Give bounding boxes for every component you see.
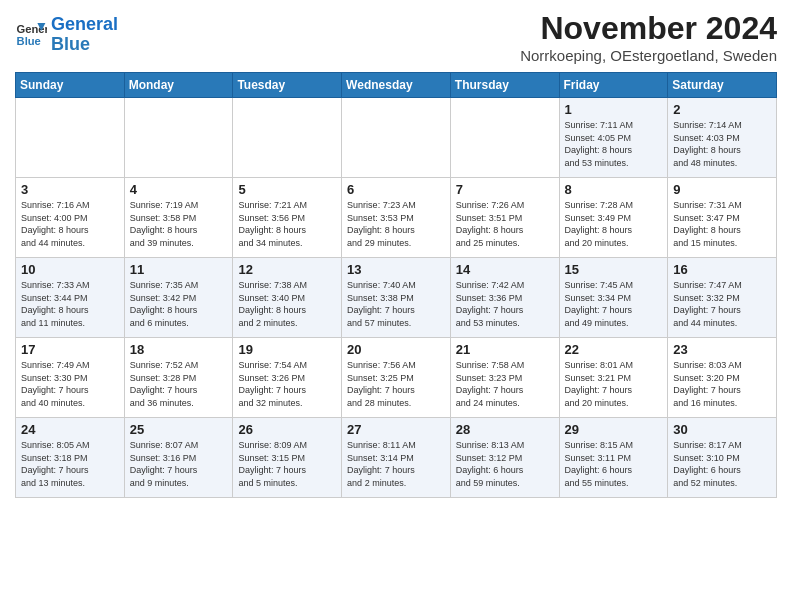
day-number: 15 [565,262,663,277]
svg-text:Blue: Blue [17,34,41,46]
day-number: 30 [673,422,771,437]
location: Norrkoeping, OEstergoetland, Sweden [520,47,777,64]
calendar-cell: 7Sunrise: 7:26 AM Sunset: 3:51 PM Daylig… [450,178,559,258]
calendar-cell: 17Sunrise: 7:49 AM Sunset: 3:30 PM Dayli… [16,338,125,418]
calendar-cell [450,98,559,178]
day-number: 19 [238,342,336,357]
day-info: Sunrise: 8:13 AM Sunset: 3:12 PM Dayligh… [456,439,554,489]
calendar-cell: 6Sunrise: 7:23 AM Sunset: 3:53 PM Daylig… [342,178,451,258]
day-number: 13 [347,262,445,277]
calendar-cell: 1Sunrise: 7:11 AM Sunset: 4:05 PM Daylig… [559,98,668,178]
day-info: Sunrise: 8:09 AM Sunset: 3:15 PM Dayligh… [238,439,336,489]
day-number: 18 [130,342,228,357]
weekday-header: Saturday [668,73,777,98]
day-number: 16 [673,262,771,277]
day-number: 23 [673,342,771,357]
day-info: Sunrise: 7:23 AM Sunset: 3:53 PM Dayligh… [347,199,445,249]
day-info: Sunrise: 7:49 AM Sunset: 3:30 PM Dayligh… [21,359,119,409]
calendar-cell [16,98,125,178]
day-info: Sunrise: 7:47 AM Sunset: 3:32 PM Dayligh… [673,279,771,329]
day-info: Sunrise: 7:14 AM Sunset: 4:03 PM Dayligh… [673,119,771,169]
day-number: 12 [238,262,336,277]
calendar-week-row: 17Sunrise: 7:49 AM Sunset: 3:30 PM Dayli… [16,338,777,418]
calendar-cell: 21Sunrise: 7:58 AM Sunset: 3:23 PM Dayli… [450,338,559,418]
calendar-cell: 5Sunrise: 7:21 AM Sunset: 3:56 PM Daylig… [233,178,342,258]
calendar-table: SundayMondayTuesdayWednesdayThursdayFrid… [15,72,777,498]
calendar-cell [342,98,451,178]
day-info: Sunrise: 7:40 AM Sunset: 3:38 PM Dayligh… [347,279,445,329]
day-info: Sunrise: 7:54 AM Sunset: 3:26 PM Dayligh… [238,359,336,409]
calendar-cell: 8Sunrise: 7:28 AM Sunset: 3:49 PM Daylig… [559,178,668,258]
day-info: Sunrise: 8:03 AM Sunset: 3:20 PM Dayligh… [673,359,771,409]
day-number: 7 [456,182,554,197]
day-info: Sunrise: 7:35 AM Sunset: 3:42 PM Dayligh… [130,279,228,329]
calendar-week-row: 24Sunrise: 8:05 AM Sunset: 3:18 PM Dayli… [16,418,777,498]
calendar-cell: 25Sunrise: 8:07 AM Sunset: 3:16 PM Dayli… [124,418,233,498]
calendar-cell: 27Sunrise: 8:11 AM Sunset: 3:14 PM Dayli… [342,418,451,498]
day-number: 20 [347,342,445,357]
day-number: 2 [673,102,771,117]
calendar-cell: 16Sunrise: 7:47 AM Sunset: 3:32 PM Dayli… [668,258,777,338]
day-number: 27 [347,422,445,437]
calendar-cell: 11Sunrise: 7:35 AM Sunset: 3:42 PM Dayli… [124,258,233,338]
day-info: Sunrise: 7:26 AM Sunset: 3:51 PM Dayligh… [456,199,554,249]
logo-text: GeneralBlue [51,15,118,55]
day-info: Sunrise: 8:07 AM Sunset: 3:16 PM Dayligh… [130,439,228,489]
calendar-cell: 18Sunrise: 7:52 AM Sunset: 3:28 PM Dayli… [124,338,233,418]
day-number: 4 [130,182,228,197]
day-number: 26 [238,422,336,437]
calendar-cell: 14Sunrise: 7:42 AM Sunset: 3:36 PM Dayli… [450,258,559,338]
day-info: Sunrise: 7:38 AM Sunset: 3:40 PM Dayligh… [238,279,336,329]
day-number: 10 [21,262,119,277]
day-info: Sunrise: 7:42 AM Sunset: 3:36 PM Dayligh… [456,279,554,329]
day-info: Sunrise: 7:45 AM Sunset: 3:34 PM Dayligh… [565,279,663,329]
weekday-header: Monday [124,73,233,98]
day-number: 5 [238,182,336,197]
day-info: Sunrise: 7:33 AM Sunset: 3:44 PM Dayligh… [21,279,119,329]
calendar-cell: 10Sunrise: 7:33 AM Sunset: 3:44 PM Dayli… [16,258,125,338]
month-title: November 2024 [520,10,777,47]
calendar-week-row: 10Sunrise: 7:33 AM Sunset: 3:44 PM Dayli… [16,258,777,338]
day-number: 3 [21,182,119,197]
calendar-week-row: 1Sunrise: 7:11 AM Sunset: 4:05 PM Daylig… [16,98,777,178]
calendar-cell: 19Sunrise: 7:54 AM Sunset: 3:26 PM Dayli… [233,338,342,418]
day-info: Sunrise: 8:11 AM Sunset: 3:14 PM Dayligh… [347,439,445,489]
calendar-cell [233,98,342,178]
calendar-week-row: 3Sunrise: 7:16 AM Sunset: 4:00 PM Daylig… [16,178,777,258]
day-number: 6 [347,182,445,197]
calendar-cell: 15Sunrise: 7:45 AM Sunset: 3:34 PM Dayli… [559,258,668,338]
day-info: Sunrise: 8:01 AM Sunset: 3:21 PM Dayligh… [565,359,663,409]
day-info: Sunrise: 7:11 AM Sunset: 4:05 PM Dayligh… [565,119,663,169]
calendar-cell: 28Sunrise: 8:13 AM Sunset: 3:12 PM Dayli… [450,418,559,498]
day-number: 28 [456,422,554,437]
day-info: Sunrise: 7:58 AM Sunset: 3:23 PM Dayligh… [456,359,554,409]
calendar-cell: 29Sunrise: 8:15 AM Sunset: 3:11 PM Dayli… [559,418,668,498]
calendar-cell: 30Sunrise: 8:17 AM Sunset: 3:10 PM Dayli… [668,418,777,498]
calendar-cell: 20Sunrise: 7:56 AM Sunset: 3:25 PM Dayli… [342,338,451,418]
day-number: 17 [21,342,119,357]
calendar-cell: 13Sunrise: 7:40 AM Sunset: 3:38 PM Dayli… [342,258,451,338]
day-number: 14 [456,262,554,277]
calendar-cell: 24Sunrise: 8:05 AM Sunset: 3:18 PM Dayli… [16,418,125,498]
day-info: Sunrise: 7:16 AM Sunset: 4:00 PM Dayligh… [21,199,119,249]
weekday-header: Tuesday [233,73,342,98]
day-info: Sunrise: 7:52 AM Sunset: 3:28 PM Dayligh… [130,359,228,409]
weekday-header: Thursday [450,73,559,98]
day-number: 11 [130,262,228,277]
calendar-cell: 22Sunrise: 8:01 AM Sunset: 3:21 PM Dayli… [559,338,668,418]
day-info: Sunrise: 8:05 AM Sunset: 3:18 PM Dayligh… [21,439,119,489]
day-number: 24 [21,422,119,437]
weekday-header: Wednesday [342,73,451,98]
day-number: 8 [565,182,663,197]
calendar-cell: 23Sunrise: 8:03 AM Sunset: 3:20 PM Dayli… [668,338,777,418]
calendar-cell [124,98,233,178]
logo: General Blue GeneralBlue [15,15,118,55]
header: General Blue GeneralBlue November 2024 N… [15,10,777,64]
day-number: 21 [456,342,554,357]
day-number: 1 [565,102,663,117]
day-info: Sunrise: 8:15 AM Sunset: 3:11 PM Dayligh… [565,439,663,489]
calendar-cell: 2Sunrise: 7:14 AM Sunset: 4:03 PM Daylig… [668,98,777,178]
calendar-cell: 9Sunrise: 7:31 AM Sunset: 3:47 PM Daylig… [668,178,777,258]
calendar-cell: 3Sunrise: 7:16 AM Sunset: 4:00 PM Daylig… [16,178,125,258]
logo-icon: General Blue [15,19,47,51]
